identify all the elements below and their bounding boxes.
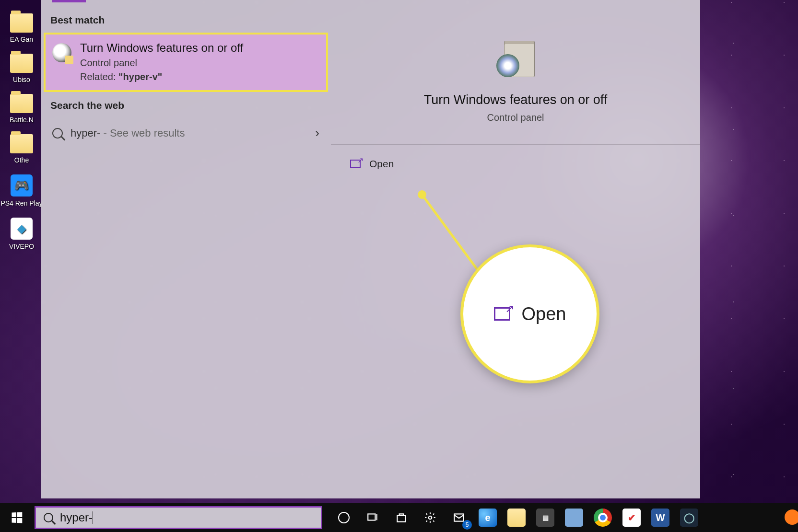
desktop-label: EA Gan [0, 35, 43, 43]
folder-icon [507, 509, 526, 527]
callout-zoom: Open [460, 244, 599, 383]
edge-icon: e [479, 509, 497, 527]
cortana-icon [338, 512, 350, 523]
desktop-icon-battlenet[interactable]: Battle.N [0, 94, 43, 124]
chrome-icon [594, 509, 612, 527]
gear-icon [424, 511, 436, 524]
mail-button[interactable]: 5 [448, 507, 470, 529]
web-query: hyper- [70, 127, 100, 139]
desktop-label: Battle.N [0, 116, 43, 124]
search-results-pane: Best match Turn Windows features on or o… [41, 0, 331, 498]
desktop-label: Othe [0, 156, 43, 164]
desktop-label: VIVEPO [0, 243, 43, 250]
calculator-icon: ▦ [536, 509, 554, 527]
windows-logo-icon [12, 512, 23, 523]
search-flyout: Best match Turn Windows features on or o… [41, 0, 700, 498]
word-button[interactable]: W [649, 507, 671, 529]
task-view-icon [366, 511, 379, 524]
desktop-icon-ubisoft[interactable]: Ubiso [0, 54, 43, 83]
taskbar: hyper- 5 e ▦ ✔ W ◯ [0, 503, 798, 532]
search-query-text: hyper- [60, 511, 93, 524]
open-icon [350, 160, 361, 168]
web-search-result[interactable]: hyper- - See web results › [41, 118, 331, 148]
windows-features-icon [496, 41, 535, 79]
calculator-button[interactable]: ▦ [534, 507, 556, 529]
result-title: Turn Windows features on or off [80, 41, 243, 55]
search-icon [52, 128, 63, 139]
search-web-header: Search the web [41, 92, 331, 118]
control-panel-icon [52, 43, 71, 62]
edge-button[interactable]: e [477, 507, 499, 529]
desktop-icon-ea[interactable]: EA Gan [0, 13, 43, 43]
sticky-notes-button[interactable] [563, 507, 585, 529]
svg-point-4 [429, 516, 432, 520]
desktop-label: Ubiso [0, 76, 43, 83]
file-explorer-button[interactable] [505, 507, 528, 529]
desktop-label: PS4 Ren Play [0, 199, 43, 207]
settings-button[interactable] [419, 507, 441, 529]
svg-rect-2 [368, 514, 375, 520]
store-button[interactable] [390, 507, 412, 529]
store-icon [395, 511, 408, 524]
word-icon: W [651, 509, 669, 527]
cortana-button[interactable] [333, 507, 355, 529]
desktop-icons: EA Gan Ubiso Battle.N Othe 🎮 PS4 Ren Pla… [0, 0, 43, 261]
start-button[interactable] [0, 503, 34, 532]
desktop-icon-ps4remote[interactable]: 🎮 PS4 Ren Play [0, 174, 43, 207]
search-icon [44, 513, 53, 522]
desktop-icon-viveport[interactable]: ◆ VIVEPO [0, 218, 43, 250]
sticky-notes-icon [565, 509, 583, 527]
open-icon [494, 307, 510, 321]
wunderlist-button[interactable]: ✔ [621, 507, 643, 529]
mail-badge: 5 [462, 520, 472, 530]
open-action[interactable]: Open [331, 145, 700, 183]
taskbar-search[interactable]: hyper- [35, 506, 322, 529]
result-related: Related: "hyper-v" [80, 71, 243, 82]
best-match-header: Best match [41, 7, 331, 33]
text-caret [93, 511, 93, 524]
detail-title: Turn Windows features on or off [331, 93, 700, 107]
steam-button[interactable]: ◯ [678, 507, 700, 529]
task-view-button[interactable] [362, 507, 384, 529]
open-label: Open [369, 158, 394, 170]
chrome-button[interactable] [592, 507, 614, 529]
truncated-app-icon[interactable] [785, 509, 798, 525]
zoom-label: Open [522, 304, 566, 324]
web-suffix: - See web results [100, 127, 185, 139]
steam-icon: ◯ [680, 509, 698, 527]
result-subtitle: Control panel [80, 58, 243, 69]
wunderlist-icon: ✔ [622, 509, 641, 527]
best-match-result[interactable]: Turn Windows features on or off Control … [44, 33, 328, 92]
desktop-icon-other[interactable]: Othe [0, 134, 43, 164]
detail-subtitle: Control panel [331, 112, 700, 123]
chevron-right-icon: › [315, 126, 319, 140]
